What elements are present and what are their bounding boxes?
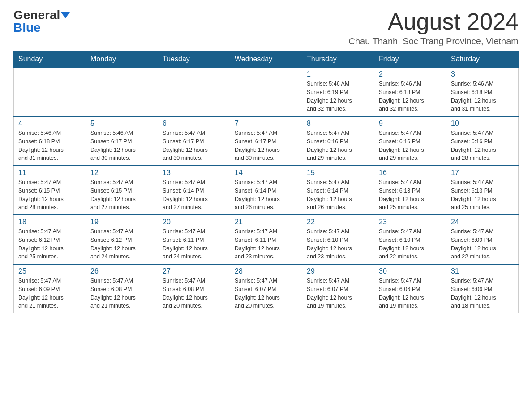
day-info: Sunrise: 5:47 AM Sunset: 6:17 PM Dayligh… <box>235 129 297 163</box>
calendar-cell: 2Sunrise: 5:46 AM Sunset: 6:18 PM Daylig… <box>374 67 446 116</box>
logo-blue: Blue <box>13 21 41 34</box>
calendar-cell: 10Sunrise: 5:47 AM Sunset: 6:16 PM Dayli… <box>446 116 519 166</box>
week-row-1: 1Sunrise: 5:46 AM Sunset: 6:19 PM Daylig… <box>14 67 519 116</box>
week-row-3: 11Sunrise: 5:47 AM Sunset: 6:15 PM Dayli… <box>14 166 519 215</box>
weekday-header-saturday: Saturday <box>446 51 519 68</box>
weekday-header-friday: Friday <box>374 51 446 68</box>
calendar-cell <box>230 67 302 116</box>
weekday-header-tuesday: Tuesday <box>158 51 230 68</box>
calendar-cell: 17Sunrise: 5:47 AM Sunset: 6:13 PM Dayli… <box>446 166 519 215</box>
day-info: Sunrise: 5:46 AM Sunset: 6:17 PM Dayligh… <box>90 129 153 163</box>
calendar-cell <box>158 67 230 116</box>
day-number: 27 <box>163 267 225 275</box>
day-number: 26 <box>90 267 153 275</box>
day-number: 19 <box>90 218 153 226</box>
day-info: Sunrise: 5:47 AM Sunset: 6:16 PM Dayligh… <box>451 129 514 163</box>
day-info: Sunrise: 5:47 AM Sunset: 6:06 PM Dayligh… <box>451 277 514 310</box>
day-number: 18 <box>18 218 81 226</box>
calendar-cell: 14Sunrise: 5:47 AM Sunset: 6:14 PM Dayli… <box>230 166 302 215</box>
day-number: 30 <box>379 267 442 275</box>
calendar-cell: 13Sunrise: 5:47 AM Sunset: 6:14 PM Dayli… <box>158 166 230 215</box>
weekday-header-sunday: Sunday <box>14 51 86 68</box>
calendar-cell: 4Sunrise: 5:46 AM Sunset: 6:18 PM Daylig… <box>14 116 86 166</box>
day-info: Sunrise: 5:47 AM Sunset: 6:09 PM Dayligh… <box>18 277 81 310</box>
calendar-cell: 22Sunrise: 5:47 AM Sunset: 6:10 PM Dayli… <box>302 215 374 264</box>
calendar-cell <box>14 67 86 116</box>
day-number: 10 <box>451 120 514 128</box>
day-info: Sunrise: 5:47 AM Sunset: 6:11 PM Dayligh… <box>235 227 297 261</box>
calendar-cell: 8Sunrise: 5:47 AM Sunset: 6:16 PM Daylig… <box>302 116 374 166</box>
day-number: 8 <box>307 120 369 128</box>
calendar-cell: 5Sunrise: 5:46 AM Sunset: 6:17 PM Daylig… <box>86 116 158 166</box>
day-number: 7 <box>235 120 297 128</box>
day-number: 17 <box>451 169 514 177</box>
day-info: Sunrise: 5:47 AM Sunset: 6:15 PM Dayligh… <box>18 178 81 212</box>
day-number: 11 <box>18 169 81 177</box>
calendar-cell: 15Sunrise: 5:47 AM Sunset: 6:14 PM Dayli… <box>302 166 374 215</box>
day-number: 4 <box>18 120 81 128</box>
calendar-cell: 27Sunrise: 5:47 AM Sunset: 6:08 PM Dayli… <box>158 264 230 313</box>
day-info: Sunrise: 5:47 AM Sunset: 6:09 PM Dayligh… <box>451 227 514 261</box>
day-info: Sunrise: 5:47 AM Sunset: 6:06 PM Dayligh… <box>379 277 442 310</box>
day-info: Sunrise: 5:47 AM Sunset: 6:14 PM Dayligh… <box>307 178 369 212</box>
calendar-cell: 20Sunrise: 5:47 AM Sunset: 6:11 PM Dayli… <box>158 215 230 264</box>
day-info: Sunrise: 5:46 AM Sunset: 6:18 PM Dayligh… <box>18 129 81 163</box>
day-number: 14 <box>235 169 297 177</box>
day-number: 29 <box>307 267 369 275</box>
calendar-cell: 3Sunrise: 5:46 AM Sunset: 6:18 PM Daylig… <box>446 67 519 116</box>
day-info: Sunrise: 5:47 AM Sunset: 6:17 PM Dayligh… <box>163 129 225 163</box>
day-number: 22 <box>307 218 369 226</box>
day-info: Sunrise: 5:46 AM Sunset: 6:18 PM Dayligh… <box>379 80 442 113</box>
day-number: 23 <box>379 218 442 226</box>
day-number: 5 <box>90 120 153 128</box>
week-row-2: 4Sunrise: 5:46 AM Sunset: 6:18 PM Daylig… <box>14 116 519 166</box>
day-number: 3 <box>451 70 514 78</box>
calendar-cell: 18Sunrise: 5:47 AM Sunset: 6:12 PM Dayli… <box>14 215 86 264</box>
calendar-cell: 28Sunrise: 5:47 AM Sunset: 6:07 PM Dayli… <box>230 264 302 313</box>
day-info: Sunrise: 5:47 AM Sunset: 6:12 PM Dayligh… <box>90 227 153 261</box>
title-area: August 2024 Chau Thanh, Soc Trang Provin… <box>349 9 519 47</box>
day-number: 28 <box>235 267 297 275</box>
calendar-table: SundayMondayTuesdayWednesdayThursdayFrid… <box>13 51 519 313</box>
day-number: 12 <box>90 169 153 177</box>
calendar-cell: 9Sunrise: 5:47 AM Sunset: 6:16 PM Daylig… <box>374 116 446 166</box>
day-info: Sunrise: 5:47 AM Sunset: 6:15 PM Dayligh… <box>90 178 153 212</box>
day-number: 21 <box>235 218 297 226</box>
day-info: Sunrise: 5:47 AM Sunset: 6:08 PM Dayligh… <box>90 277 153 310</box>
day-info: Sunrise: 5:47 AM Sunset: 6:16 PM Dayligh… <box>307 129 369 163</box>
location-title: Chau Thanh, Soc Trang Province, Vietnam <box>349 36 519 47</box>
day-number: 1 <box>307 70 369 78</box>
day-info: Sunrise: 5:47 AM Sunset: 6:07 PM Dayligh… <box>235 277 297 310</box>
logo-general: General <box>13 9 60 21</box>
day-number: 6 <box>163 120 225 128</box>
weekday-header-row: SundayMondayTuesdayWednesdayThursdayFrid… <box>14 51 519 68</box>
weekday-header-monday: Monday <box>86 51 158 68</box>
calendar-cell: 24Sunrise: 5:47 AM Sunset: 6:09 PM Dayli… <box>446 215 519 264</box>
day-number: 20 <box>163 218 225 226</box>
calendar-cell: 23Sunrise: 5:47 AM Sunset: 6:10 PM Dayli… <box>374 215 446 264</box>
calendar-cell: 16Sunrise: 5:47 AM Sunset: 6:13 PM Dayli… <box>374 166 446 215</box>
calendar-cell <box>86 67 158 116</box>
calendar-cell: 11Sunrise: 5:47 AM Sunset: 6:15 PM Dayli… <box>14 166 86 215</box>
week-row-4: 18Sunrise: 5:47 AM Sunset: 6:12 PM Dayli… <box>14 215 519 264</box>
day-number: 2 <box>379 70 442 78</box>
day-info: Sunrise: 5:47 AM Sunset: 6:10 PM Dayligh… <box>379 227 442 261</box>
day-info: Sunrise: 5:47 AM Sunset: 6:14 PM Dayligh… <box>163 178 225 212</box>
calendar-cell: 21Sunrise: 5:47 AM Sunset: 6:11 PM Dayli… <box>230 215 302 264</box>
day-number: 25 <box>18 267 81 275</box>
day-number: 9 <box>379 120 442 128</box>
day-info: Sunrise: 5:47 AM Sunset: 6:16 PM Dayligh… <box>379 129 442 163</box>
day-number: 15 <box>307 169 369 177</box>
day-number: 13 <box>163 169 225 177</box>
calendar-cell: 31Sunrise: 5:47 AM Sunset: 6:06 PM Dayli… <box>446 264 519 313</box>
weekday-header-wednesday: Wednesday <box>230 51 302 68</box>
calendar-cell: 30Sunrise: 5:47 AM Sunset: 6:06 PM Dayli… <box>374 264 446 313</box>
week-row-5: 25Sunrise: 5:47 AM Sunset: 6:09 PM Dayli… <box>14 264 519 313</box>
calendar-cell: 1Sunrise: 5:46 AM Sunset: 6:19 PM Daylig… <box>302 67 374 116</box>
calendar-cell: 25Sunrise: 5:47 AM Sunset: 6:09 PM Dayli… <box>14 264 86 313</box>
day-info: Sunrise: 5:47 AM Sunset: 6:08 PM Dayligh… <box>163 277 225 310</box>
logo-arrow-icon <box>61 12 70 18</box>
calendar-cell: 7Sunrise: 5:47 AM Sunset: 6:17 PM Daylig… <box>230 116 302 166</box>
day-info: Sunrise: 5:46 AM Sunset: 6:18 PM Dayligh… <box>451 80 514 113</box>
calendar-cell: 26Sunrise: 5:47 AM Sunset: 6:08 PM Dayli… <box>86 264 158 313</box>
